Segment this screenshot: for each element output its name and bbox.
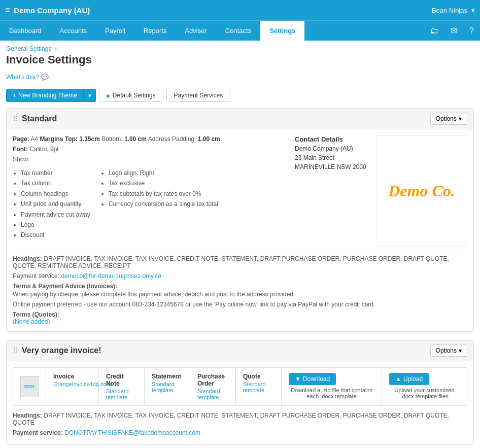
- show-item: Logo: [21, 220, 90, 230]
- standard-two-col: Page: A4 Margins Top: 1.35cm Bottom: 1.0…: [13, 135, 467, 247]
- nav-accounts[interactable]: Accounts: [51, 21, 96, 41]
- nav-icons: 🗂 ✉ ?: [424, 21, 480, 41]
- plus-icon: +: [13, 92, 16, 99]
- bottom-label: Bottom:: [101, 135, 122, 143]
- font-settings-row: Font: Calibri, 9pt: [13, 146, 285, 153]
- default-settings-icon: ▶: [107, 93, 111, 98]
- orange-section-body: DOCX Invoice OrangeInvoice4dp.docx Credi…: [7, 361, 473, 444]
- standard-settings-left: Page: A4 Margins Top: 1.35cm Bottom: 1.0…: [13, 135, 285, 247]
- company-name: Demo Company (AU): [14, 6, 90, 15]
- nav-contacts[interactable]: Contacts: [216, 21, 260, 41]
- show-item: Discount: [21, 230, 90, 240]
- statement-value: Standard template: [152, 381, 183, 393]
- terms-invoices-label: Terms & Payment Advice (Invoices):: [13, 283, 467, 290]
- docx-icon: DOCX: [20, 376, 39, 397]
- purchase-order-label: Purchase Order: [197, 373, 228, 387]
- default-settings-button[interactable]: ▶ Default Settings: [99, 89, 163, 102]
- statement-label: Statement: [152, 373, 183, 380]
- orange-headings-row: Headings: DRAFT INVOICE, TAX INVOICE, TA…: [13, 412, 467, 426]
- payment-service-link[interactable]: democo@for-demo-purposes-only.co: [61, 272, 161, 280]
- hamburger-icon[interactable]: ≡: [5, 6, 10, 15]
- show-item: Logo align: Right: [109, 168, 218, 178]
- upload-button[interactable]: ▲ Upload: [389, 373, 429, 385]
- orange-options-arrow-icon: ▾: [459, 347, 462, 354]
- contact-street: 23 Main Street: [295, 153, 368, 162]
- online-payment-text: Online payment preferred - use our accou…: [13, 301, 467, 308]
- terms-quotes-value: (None added): [13, 318, 467, 325]
- payment-service-label: Payment service:: [13, 272, 59, 280]
- terms-invoices-text: When paying by cheque, please complete t…: [13, 291, 467, 298]
- payment-services-label: Payment Services: [174, 92, 223, 99]
- docx-file-icon: DOCX: [20, 376, 39, 397]
- options-arrow-icon: ▾: [459, 115, 462, 122]
- new-branding-dropdown-button[interactable]: ▾: [84, 89, 96, 102]
- quote-value: Standard template: [243, 381, 274, 393]
- payment-services-button[interactable]: Payment Services: [166, 89, 231, 102]
- whats-this-label: What's this?: [6, 74, 39, 81]
- show-item: Tax column: [21, 178, 90, 188]
- show-item: Currency conversion as a single tax tota…: [109, 199, 218, 209]
- logo-area: Demo Co.: [376, 135, 467, 247]
- upload-label: Upload: [403, 375, 423, 383]
- orange-payment-link[interactable]: DONOTPAYTHISISFAKE@fakedemoaccount.com: [64, 429, 200, 436]
- upload-arrow-icon: ▲: [395, 375, 401, 383]
- headings-text: DRAFT INVOICE, TAX INVOICE, TAX INVOICE,…: [13, 255, 449, 269]
- user-name: Bean Ninjas: [432, 7, 467, 14]
- breadcrumb-parent[interactable]: General Settings: [6, 45, 51, 52]
- show-label-row: Show:: [13, 156, 285, 163]
- user-menu[interactable]: Bean Ninjas ▾: [432, 7, 475, 14]
- nav-dashboard[interactable]: Dashboard: [0, 21, 51, 41]
- font-val: Calibri, 9pt: [29, 146, 58, 153]
- download-button[interactable]: ▼ Download: [289, 373, 336, 385]
- page-content: General Settings › Invoice Settings What…: [0, 41, 480, 448]
- standard-options-button[interactable]: Options ▾: [430, 113, 467, 125]
- contact-label: Contact Details: [295, 135, 368, 143]
- help-icon[interactable]: ?: [463, 21, 480, 41]
- standard-title: Standard: [22, 114, 57, 123]
- statement-cell: Statement Standard template: [145, 368, 190, 405]
- contact-company: Demo Company (AU): [295, 144, 368, 153]
- drag-handle-icon[interactable]: ⠿: [13, 115, 18, 123]
- orange-headings-text: DRAFT INVOICE, TAX INVOICE, TAX INVOICE,…: [13, 412, 449, 426]
- terms-quotes-label: Terms (Quotes):: [13, 311, 467, 318]
- credit-note-cell: Credit Note Standard template: [99, 368, 145, 405]
- credit-note-label: Credit Note: [106, 373, 137, 387]
- whats-this[interactable]: What's this? 💬: [0, 72, 480, 85]
- show-label: Show:: [13, 156, 29, 163]
- page-size: A4: [30, 135, 38, 143]
- nav-settings[interactable]: Settings: [260, 21, 304, 41]
- show-list-right: Logo align: Right Tax exclusive Tax subt…: [109, 168, 218, 240]
- options-label: Options: [436, 115, 457, 122]
- upload-cell: ▲ Upload Upload your customised .docx te…: [382, 368, 467, 405]
- nav-reports[interactable]: Reports: [134, 21, 176, 41]
- new-branding-label: New Branding Theme: [18, 92, 77, 99]
- logo-text: Demo Co.: [388, 182, 455, 200]
- purchase-order-value: Standard template: [197, 388, 228, 400]
- template-grid: DOCX Invoice OrangeInvoice4dp.docx Credi…: [13, 367, 467, 406]
- nav-payroll[interactable]: Payroll: [96, 21, 134, 41]
- top-bar-left: ≡ Demo Company (AU): [5, 6, 90, 15]
- bottom-val: 1.00 cm: [124, 135, 147, 143]
- margins-top: 1.35cm: [79, 135, 100, 143]
- show-item: Column headings: [21, 189, 90, 199]
- mail-icon[interactable]: ✉: [444, 21, 463, 41]
- page-settings-row: Page: A4 Margins Top: 1.35cm Bottom: 1.0…: [13, 135, 285, 143]
- orange-options-button[interactable]: Options ▾: [430, 344, 467, 357]
- quote-cell: Quote Standard template: [236, 368, 282, 405]
- invoice-value: OrangeInvoice4dp.docx: [53, 381, 91, 387]
- show-item: Tax subtotals by tax rates over 0%: [109, 189, 218, 199]
- orange-title: Very orange invoice!: [22, 346, 101, 355]
- addr-label: Address Padding:: [148, 135, 196, 143]
- whats-this-icon: 💬: [41, 74, 49, 81]
- show-list-left: Tax number Tax column Column headings Un…: [21, 168, 90, 240]
- section-header-left: ⠿ Standard: [13, 114, 57, 123]
- download-cell: ▼ Download Download a .zip file that con…: [282, 368, 382, 405]
- standard-section-body: Page: A4 Margins Top: 1.35cm Bottom: 1.0…: [7, 129, 473, 331]
- docx-icon-cell: DOCX: [13, 368, 46, 405]
- breadcrumb-separator: ›: [55, 45, 57, 52]
- nav-adviser[interactable]: Adviser: [176, 21, 216, 41]
- show-item: Payment advice cut-away: [21, 210, 90, 220]
- folder-icon[interactable]: 🗂: [424, 21, 444, 41]
- orange-drag-handle-icon[interactable]: ⠿: [13, 347, 18, 355]
- new-branding-theme-button[interactable]: + New Branding Theme: [6, 89, 84, 102]
